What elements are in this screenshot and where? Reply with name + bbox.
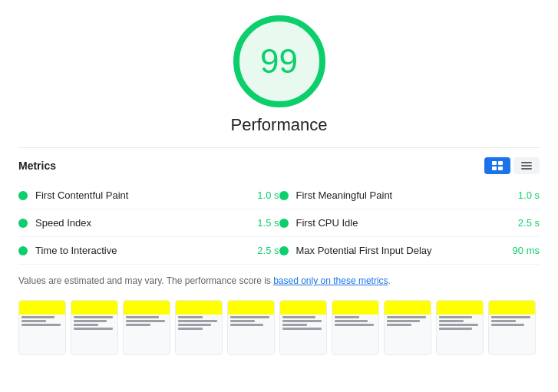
metrics-header: Metrics xyxy=(18,157,540,174)
frame-line xyxy=(387,324,411,326)
frame-top xyxy=(280,301,326,315)
frame-line xyxy=(230,324,263,326)
metric-name: Max Potential First Input Delay xyxy=(296,245,502,256)
frame-line xyxy=(282,320,322,322)
filmstrip-frame xyxy=(71,300,118,355)
metrics-title: Metrics xyxy=(18,160,56,172)
list-view-button[interactable] xyxy=(484,157,510,174)
metric-value: 90 ms xyxy=(501,245,540,256)
frame-top xyxy=(124,301,170,315)
score-circle: 99 xyxy=(233,15,325,107)
frame-line xyxy=(335,324,374,326)
frame-content xyxy=(437,315,483,354)
frame-line xyxy=(21,320,46,322)
metric-value: 1.0 s xyxy=(501,189,540,201)
frame-top xyxy=(437,301,483,315)
metric-value: 1.0 s xyxy=(241,189,279,201)
metric-value: 1.5 s xyxy=(241,217,279,229)
filmstrip-frame xyxy=(332,300,379,355)
filmstrip-frame xyxy=(18,300,66,355)
frame-line xyxy=(178,316,203,318)
frame-line xyxy=(74,320,107,322)
frame-content xyxy=(489,315,535,354)
frame-line xyxy=(126,324,150,326)
frame-content xyxy=(19,315,65,354)
view-toggle xyxy=(484,157,540,174)
metric-value: 2.5 s xyxy=(241,245,279,256)
note-text-after: . xyxy=(388,275,391,286)
frame-content xyxy=(228,315,274,354)
frame-line xyxy=(178,320,217,322)
score-label: Performance xyxy=(231,115,328,135)
note-text-before: Values are estimated and may vary. The p… xyxy=(18,275,273,286)
frame-line xyxy=(126,320,165,322)
metric-row: Speed Index 1.5 s xyxy=(18,209,279,237)
frame-content xyxy=(71,315,117,354)
frame-line xyxy=(387,320,420,322)
frame-line xyxy=(491,324,524,326)
frame-line xyxy=(439,328,472,330)
filmstrip-frame xyxy=(384,300,431,355)
metric-row: Time to Interactive 2.5 s xyxy=(18,237,279,265)
frame-line xyxy=(21,316,54,318)
metrics-grid: First Contentful Paint 1.0 s First Meani… xyxy=(18,182,540,265)
frame-line xyxy=(335,316,359,318)
metric-name: First CPU Idle xyxy=(296,217,502,229)
frame-content xyxy=(280,315,326,354)
frame-line xyxy=(230,316,269,318)
frame-line xyxy=(439,324,478,326)
frame-top xyxy=(228,301,274,315)
frame-line xyxy=(491,320,516,322)
filmstrip-frame xyxy=(488,300,536,355)
filmstrip-frame xyxy=(123,300,170,355)
filmstrip-frame xyxy=(279,300,327,355)
metrics-link[interactable]: based only on these metrics xyxy=(273,275,388,286)
metric-dot xyxy=(18,219,28,228)
frame-line xyxy=(491,316,530,318)
frame-line xyxy=(21,324,61,326)
frame-content xyxy=(176,315,222,354)
frame-line xyxy=(126,316,159,318)
frame-top xyxy=(332,301,378,315)
metric-name: First Meaningful Paint xyxy=(296,189,502,201)
filmstrip-frame xyxy=(436,300,484,355)
metric-name: Speed Index xyxy=(35,217,241,229)
filmstrip-frame xyxy=(227,300,275,355)
frame-content xyxy=(332,315,378,354)
metric-name: Time to Interactive xyxy=(35,245,241,256)
frame-top xyxy=(385,301,431,315)
metric-value: 2.5 s xyxy=(501,217,540,229)
frame-line xyxy=(282,316,315,318)
frame-line xyxy=(439,316,472,318)
metric-row: First Contentful Paint 1.0 s xyxy=(18,182,279,209)
frame-line xyxy=(439,320,464,322)
frame-top xyxy=(176,301,222,315)
note: Values are estimated and may vary. The p… xyxy=(18,274,540,288)
frame-line xyxy=(335,320,368,322)
score-value: 99 xyxy=(260,42,298,81)
frame-line xyxy=(387,316,426,318)
frame-line xyxy=(74,328,113,330)
grid-icon xyxy=(492,161,503,170)
bars-icon xyxy=(521,162,532,170)
metric-dot xyxy=(279,191,289,200)
metric-dot xyxy=(279,246,289,255)
metric-row: Max Potential First Input Delay 90 ms xyxy=(279,237,540,265)
frame-line xyxy=(74,324,98,326)
frame-line xyxy=(178,328,203,330)
frame-line xyxy=(178,324,211,326)
frame-top xyxy=(489,301,535,315)
metric-dot xyxy=(279,219,289,228)
frame-content xyxy=(385,315,431,354)
grid-view-button[interactable] xyxy=(513,157,540,174)
frame-top xyxy=(19,301,65,315)
metric-name: First Contentful Paint xyxy=(35,189,241,201)
frame-line xyxy=(230,320,255,322)
frame-content xyxy=(124,315,170,354)
frame-line xyxy=(282,328,322,330)
metric-row: First Meaningful Paint 1.0 s xyxy=(279,182,540,209)
filmstrip-frame xyxy=(175,300,223,355)
metrics-section: Metrics First Contentful Paint 1.0 s Fir xyxy=(18,147,540,265)
score-section: 99 Performance xyxy=(18,15,540,135)
frame-top xyxy=(71,301,117,315)
